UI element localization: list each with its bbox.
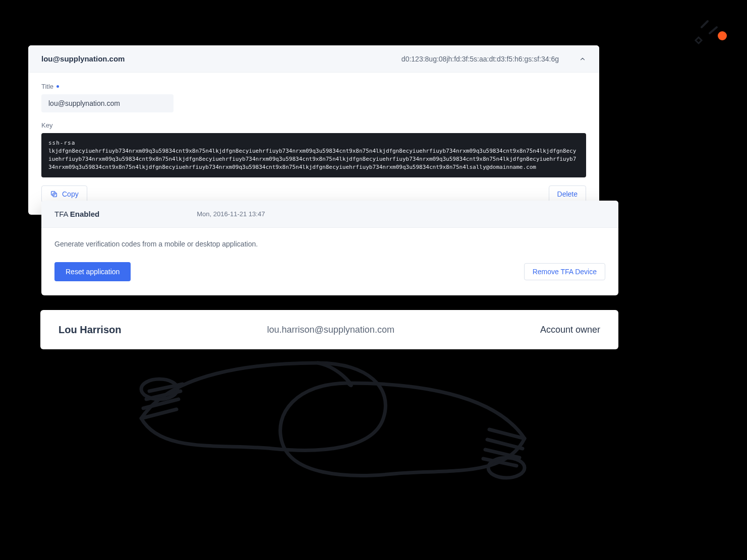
sparkle-icon xyxy=(692,16,722,46)
title-field-label: Title xyxy=(41,83,586,90)
chevron-up-icon xyxy=(579,55,586,63)
reset-application-button[interactable]: Reset application xyxy=(54,262,131,281)
ssh-key-email: lou@supplynation.com xyxy=(41,54,125,63)
user-email: lou.harrison@supplynation.com xyxy=(267,325,394,335)
user-role: Account owner xyxy=(540,325,600,335)
svg-line-0 xyxy=(702,21,708,27)
accent-dot-icon xyxy=(718,31,727,40)
user-name: Lou Harrison xyxy=(59,324,121,336)
required-dot-icon xyxy=(56,85,59,88)
ssh-key-value: ssh-rsa lkjdfgn8ecyiuehrfiuyb734nrxm09q3… xyxy=(41,133,586,177)
svg-line-1 xyxy=(710,27,717,33)
copy-button[interactable]: Copy xyxy=(41,185,87,203)
tfa-card: TFA Enabled Mon, 2016-11-21 13:47 Genera… xyxy=(41,201,618,295)
copy-icon xyxy=(50,190,58,198)
delete-button[interactable]: Delete xyxy=(549,185,586,203)
tfa-timestamp: Mon, 2016-11-21 13:47 xyxy=(197,210,265,218)
tfa-header: TFA Enabled Mon, 2016-11-21 13:47 xyxy=(41,201,618,228)
ssh-key-fingerprint: d0:123:8ug:08jh:fd:3f:5s:aa:dt:d3:f5:h6:… xyxy=(401,55,559,63)
tfa-description: Generate verification codes from a mobil… xyxy=(54,240,605,248)
remove-tfa-device-button[interactable]: Remove TFA Device xyxy=(524,263,605,280)
svg-point-4 xyxy=(141,379,178,399)
ssh-key-card: lou@supplynation.com d0:123:8ug:08jh:fd:… xyxy=(28,45,599,215)
svg-point-5 xyxy=(488,458,525,478)
user-row[interactable]: Lou Harrison lou.harrison@supplynation.c… xyxy=(40,310,618,349)
key-field-label: Key xyxy=(41,121,586,129)
hands-illustration-icon xyxy=(131,333,535,514)
ssh-key-header[interactable]: lou@supplynation.com d0:123:8ug:08jh:fd:… xyxy=(28,45,599,73)
title-input[interactable] xyxy=(41,94,174,112)
tfa-title: TFA Enabled xyxy=(54,210,99,218)
